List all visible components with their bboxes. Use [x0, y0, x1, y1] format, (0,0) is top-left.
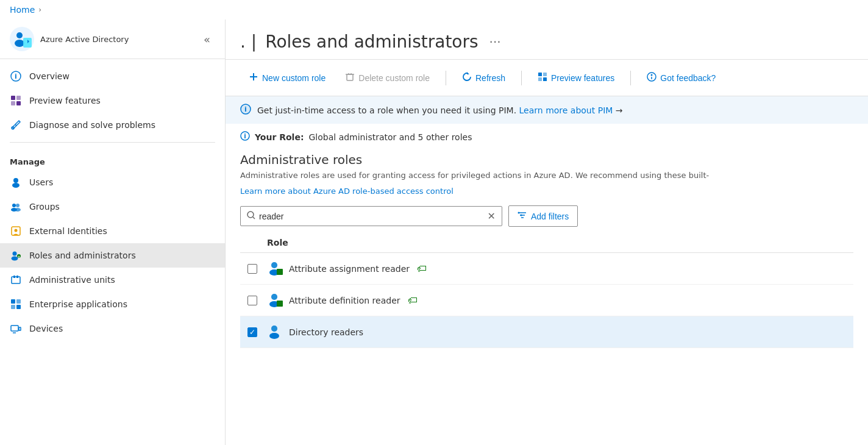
preview-features-button[interactable]: Preview features [529, 67, 623, 88]
svg-text:i: i [244, 105, 247, 113]
table-header: Role [240, 233, 853, 253]
svg-rect-6 [11, 96, 15, 100]
sidebar-header: Azure Active Directory « [0, 20, 225, 59]
svg-text:i: i [15, 73, 17, 80]
sidebar-preview-label: Preview features [29, 96, 101, 105]
table-role-header: Role [267, 238, 846, 247]
svg-text:+: + [17, 254, 20, 258]
sidebar-admin-units-label: Administrative units [29, 275, 115, 285]
page-title: Roles and administrators [265, 32, 478, 52]
svg-rect-25 [16, 276, 18, 278]
sidebar-item-preview-features[interactable]: Preview features [0, 88, 225, 113]
sidebar-item-users[interactable]: Users [0, 170, 225, 194]
svg-point-69 [271, 326, 277, 332]
svg-rect-30 [11, 326, 18, 331]
svg-rect-43 [543, 77, 547, 81]
user-icon [10, 176, 22, 188]
svg-rect-41 [543, 73, 547, 76]
svg-rect-8 [11, 101, 15, 105]
svg-rect-9 [16, 101, 21, 105]
svg-point-57 [518, 212, 520, 214]
your-role-section: i Your Role: Global administrator and 5 … [226, 124, 868, 143]
main-content: . | Roles and administrators ··· New cus… [226, 20, 868, 445]
sidebar-item-groups[interactable]: Groups [0, 194, 225, 219]
sidebar-item-roles-admin[interactable]: + Roles and administrators [0, 243, 225, 268]
got-feedback-button[interactable]: Got feedback? [638, 67, 724, 88]
roles-table: Role Attribute assignm [226, 233, 868, 348]
sidebar-overview-label: Overview [29, 71, 69, 81]
sidebar-item-enterprise-apps[interactable]: Enterprise applications [0, 292, 225, 316]
azure-ad-icon [10, 27, 34, 51]
svg-point-65 [271, 294, 277, 300]
sidebar-external-label: External Identities [29, 226, 107, 236]
group-icon [10, 201, 22, 213]
row3-role-label: Directory readers [289, 327, 363, 337]
row1-checkbox[interactable] [247, 264, 257, 274]
sidebar-nav: i Overview Preview features Diagnose and… [0, 59, 225, 445]
svg-point-12 [12, 183, 20, 188]
external-icon [10, 225, 22, 237]
sidebar-collapse-button[interactable]: « [199, 30, 215, 48]
svg-rect-66 [277, 301, 283, 307]
add-filters-button[interactable]: Add filters [508, 205, 578, 227]
sidebar-item-diagnose[interactable]: Diagnose and solve problems [0, 113, 225, 137]
sidebar-item-devices[interactable]: Devices [0, 316, 225, 341]
sidebar-item-admin-units[interactable]: Administrative units [0, 268, 225, 292]
svg-point-58 [521, 215, 522, 216]
svg-rect-23 [12, 277, 20, 283]
enterprise-icon [10, 298, 22, 310]
refresh-icon [462, 72, 472, 84]
filter-icon [518, 210, 527, 222]
content-header: . | Roles and administrators ··· [226, 20, 868, 60]
preview-features-label: Preview features [551, 73, 614, 83]
sidebar-item-external-identities[interactable]: External Identities [0, 219, 225, 243]
svg-line-53 [253, 217, 255, 219]
table-row[interactable]: Attribute definition reader 🏷 [240, 285, 853, 316]
your-role-label: Your Role: [255, 132, 304, 142]
svg-rect-28 [11, 305, 15, 309]
breadcrumb-home[interactable]: Home [10, 5, 35, 15]
row1-bookmark-icon: 🏷 [417, 263, 427, 274]
preview-grid-icon [10, 94, 22, 107]
nav-divider [10, 142, 215, 143]
pim-link[interactable]: Learn more about PIM [519, 105, 613, 115]
table-row[interactable]: Attribute assignment reader 🏷 [240, 253, 853, 285]
sidebar-roles-label: Roles and administrators [29, 251, 136, 260]
row2-role-icon [267, 291, 284, 310]
info-banner-icon: i [240, 104, 251, 116]
sidebar: Azure Active Directory « i Overview Prev… [0, 20, 226, 445]
svg-point-13 [12, 204, 16, 207]
row2-role: Attribute definition reader 🏷 [267, 291, 846, 310]
svg-point-14 [16, 204, 20, 207]
search-clear-button[interactable]: ✕ [488, 210, 496, 222]
your-role-value: Global administrator and 5 other roles [309, 132, 472, 142]
row3-checkbox[interactable] [247, 327, 257, 337]
row1-check[interactable] [247, 264, 267, 274]
row2-checkbox[interactable] [247, 296, 257, 305]
page-title-prefix: . | [240, 32, 257, 52]
sidebar-diagnose-label: Diagnose and solve problems [29, 120, 155, 130]
row1-role-icon [267, 259, 284, 278]
refresh-button[interactable]: Refresh [454, 67, 514, 88]
svg-point-16 [15, 208, 21, 212]
new-custom-role-button[interactable]: New custom role [240, 67, 334, 88]
sidebar-enterprise-label: Enterprise applications [29, 299, 127, 309]
learn-more-link[interactable]: Learn more about Azure AD role-based acc… [240, 187, 454, 196]
svg-rect-29 [16, 305, 21, 309]
delete-custom-role-button[interactable]: Delete custom role [336, 67, 438, 88]
search-input[interactable] [259, 212, 485, 221]
more-options-icon[interactable]: ··· [489, 35, 501, 49]
svg-rect-62 [277, 269, 283, 275]
wrench-icon [10, 119, 22, 131]
toolbar-separator-3 [630, 71, 631, 85]
svg-rect-24 [13, 276, 15, 278]
row2-check[interactable] [247, 296, 267, 305]
row3-check[interactable] [247, 327, 267, 337]
row2-bookmark-icon: 🏷 [408, 294, 418, 306]
new-custom-role-label: New custom role [262, 73, 326, 83]
svg-point-61 [271, 262, 277, 268]
table-row[interactable]: Directory readers [240, 316, 853, 348]
svg-text:i: i [244, 133, 246, 140]
svg-point-45 [651, 74, 653, 76]
sidebar-item-overview[interactable]: i Overview [0, 64, 225, 88]
